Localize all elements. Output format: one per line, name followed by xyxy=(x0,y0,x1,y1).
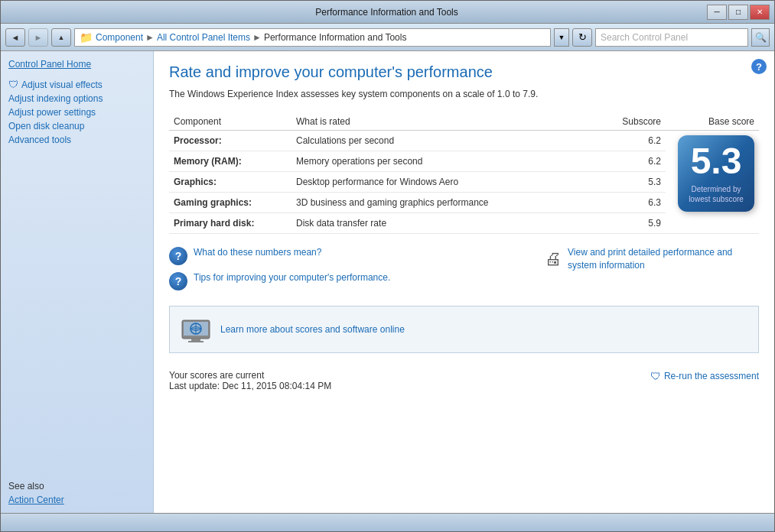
score-table: Component What is rated Subscore Base sc… xyxy=(169,113,759,234)
breadcrumb-sep-2: ► xyxy=(252,32,262,43)
score-current: Your scores are current xyxy=(169,370,331,381)
shield-icon-rerun: 🛡 xyxy=(650,370,661,382)
breadcrumb-current: Performance Information and Tools xyxy=(264,32,407,43)
col-header-subscore: Subscore xyxy=(604,113,666,131)
cell-desc-3: 3D business and gaming graphics performa… xyxy=(291,193,604,213)
printer-icon: 🖨 xyxy=(545,249,562,269)
cell-desc-0: Calculations per second xyxy=(291,131,604,151)
search-box[interactable]: Search Control Panel xyxy=(595,28,748,47)
main-window: Performance Information and Tools ─ □ ✕ … xyxy=(0,0,775,532)
search-button[interactable]: 🔍 xyxy=(751,28,770,47)
cell-component-4: Primary hard disk: xyxy=(169,213,291,234)
breadcrumb-control-panel[interactable]: Component xyxy=(96,32,143,43)
cell-subscore-4: 5.9 xyxy=(604,213,666,234)
online-box: Learn more about scores and software onl… xyxy=(169,306,759,353)
col-header-component: Component xyxy=(169,113,291,131)
cell-component-1: Memory (RAM): xyxy=(169,151,291,172)
sidebar-item-visual-effects[interactable]: 🛡 Adjust visual effects xyxy=(8,79,145,90)
sidebar-spacer xyxy=(8,148,145,481)
subtitle: The Windows Experience Index assesses ke… xyxy=(169,89,759,99)
print-link[interactable]: View and print detailed performance and … xyxy=(568,246,759,272)
refresh-button[interactable]: ↻ xyxy=(572,28,592,47)
folder-icon: 📁 xyxy=(80,31,93,44)
base-score-cell: 5.3 Determined bylowest subscore xyxy=(666,131,759,234)
shield-icon-1: 🛡 xyxy=(8,79,18,90)
sidebar-link-disk-cleanup[interactable]: Open disk cleanup xyxy=(8,121,84,131)
cell-desc-2: Desktop performance for Windows Aero xyxy=(291,172,604,193)
breadcrumb-all-items[interactable]: All Control Panel Items xyxy=(157,32,250,43)
links-right: 🖨 View and print detailed performance an… xyxy=(545,246,759,297)
title-bar-text: Performance Information and Tools xyxy=(67,7,707,18)
col-header-basescore: Base score xyxy=(666,113,759,131)
content-area: ? Rate and improve your computer's perfo… xyxy=(154,51,774,513)
sidebar-item-advanced-tools[interactable]: Advanced tools xyxy=(8,135,145,145)
sidebar-home-link[interactable]: Control Panel Home xyxy=(8,59,145,70)
maximize-button[interactable]: □ xyxy=(728,5,748,20)
minimize-button[interactable]: ─ xyxy=(707,5,727,20)
base-score-label: Determined bylowest subscore xyxy=(689,184,744,204)
links-section: ? What do these numbers mean? ? Tips for… xyxy=(169,246,759,297)
last-update: Last update: Dec 11, 2015 08:04:14 PM xyxy=(169,381,331,391)
cell-subscore-3: 6.3 xyxy=(604,193,666,213)
sidebar-item-disk-cleanup[interactable]: Open disk cleanup xyxy=(8,121,145,131)
main-layout: Control Panel Home 🛡 Adjust visual effec… xyxy=(1,51,774,513)
help-circle-icon-1: ? xyxy=(169,247,187,265)
footer-bar: Your scores are current Last update: Dec… xyxy=(169,365,759,396)
rerun-label: Re-run the assessment xyxy=(664,371,759,381)
col-header-rated: What is rated xyxy=(291,113,604,131)
page-title: Rate and improve your computer's perform… xyxy=(169,63,759,81)
back-button[interactable]: ◄ xyxy=(5,28,25,47)
address-dropdown[interactable]: ▼ xyxy=(554,28,569,47)
sidebar-link-visual-effects[interactable]: Adjust visual effects xyxy=(21,79,103,90)
cell-desc-1: Memory operations per second xyxy=(291,151,604,172)
table-row: Processor: Calculations per second 6.2 5… xyxy=(169,131,759,151)
online-icon xyxy=(181,314,211,345)
print-link-row: 🖨 View and print detailed performance an… xyxy=(545,246,759,272)
links-left: ? What do these numbers mean? ? Tips for… xyxy=(169,246,545,297)
title-bar-controls: ─ □ ✕ xyxy=(707,5,770,20)
breadcrumb-sep-1: ► xyxy=(145,32,155,43)
see-also-label: See also xyxy=(8,481,145,491)
sidebar: Control Panel Home 🛡 Adjust visual effec… xyxy=(1,51,154,513)
tips-row: ? Tips for improving your computer's per… xyxy=(169,271,545,290)
score-status: Your scores are current Last update: Dec… xyxy=(169,370,331,391)
sidebar-link-power[interactable]: Adjust power settings xyxy=(8,107,96,118)
cell-component-0: Processor: xyxy=(169,131,291,151)
sidebar-item-power[interactable]: Adjust power settings xyxy=(8,107,145,118)
sidebar-link-indexing[interactable]: Adjust indexing options xyxy=(8,93,103,104)
base-score-number: 5.3 xyxy=(691,143,742,180)
cell-subscore-1: 6.2 xyxy=(604,151,666,172)
title-bar: Performance Information and Tools ─ □ ✕ xyxy=(1,1,774,24)
cell-subscore-2: 5.3 xyxy=(604,172,666,193)
rerun-link[interactable]: 🛡 Re-run the assessment xyxy=(650,370,759,382)
svg-rect-3 xyxy=(188,341,204,342)
close-button[interactable]: ✕ xyxy=(750,5,770,20)
what-numbers-row: ? What do these numbers mean? xyxy=(169,246,545,265)
base-score-box: 5.3 Determined bylowest subscore xyxy=(678,135,754,212)
cell-component-3: Gaming graphics: xyxy=(169,193,291,213)
up-button[interactable]: ▲ xyxy=(51,28,71,47)
tips-link[interactable]: Tips for improving your computer's perfo… xyxy=(194,271,390,284)
address-bar: ◄ ► ▲ 📁 Component ► All Control Panel It… xyxy=(1,24,774,51)
cell-component-2: Graphics: xyxy=(169,172,291,193)
sidebar-link-advanced-tools[interactable]: Advanced tools xyxy=(8,135,71,145)
action-center-link[interactable]: Action Center xyxy=(8,495,145,505)
status-bar xyxy=(1,513,774,531)
search-placeholder: Search Control Panel xyxy=(601,32,688,43)
address-path: 📁 Component ► All Control Panel Items ► … xyxy=(74,28,551,47)
cell-desc-4: Disk data transfer rate xyxy=(291,213,604,234)
help-icon[interactable]: ? xyxy=(751,59,767,74)
sidebar-item-indexing[interactable]: Adjust indexing options xyxy=(8,93,145,104)
cell-subscore-0: 6.2 xyxy=(604,131,666,151)
what-numbers-link[interactable]: What do these numbers mean? xyxy=(194,246,321,259)
online-link[interactable]: Learn more about scores and software onl… xyxy=(220,324,405,335)
svg-rect-2 xyxy=(191,339,200,341)
forward-button[interactable]: ► xyxy=(28,28,48,47)
help-circle-icon-2: ? xyxy=(169,272,187,290)
